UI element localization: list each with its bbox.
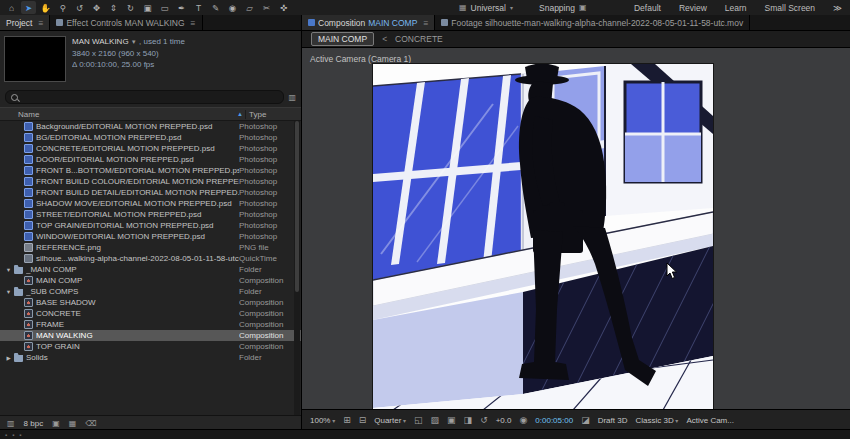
puppet-pin-tool-icon[interactable]: ✜ — [276, 1, 291, 14]
table-row[interactable]: FRAMEComposition — [0, 319, 301, 330]
column-type[interactable]: Type — [245, 110, 301, 119]
table-row[interactable]: TOP GRAIN/EDITORIAL MOTION PREPPED.psdPh… — [0, 220, 301, 231]
table-row[interactable]: ▼_MAIN COMPFolder — [0, 264, 301, 275]
folder-icon — [14, 287, 23, 296]
region-of-interest-icon[interactable]: ◱ — [414, 415, 423, 425]
search-options-icon[interactable]: ▥ — [288, 93, 296, 102]
table-row[interactable]: BASE SHADOWComposition — [0, 297, 301, 308]
snapping-toggle[interactable]: Snapping ▣ — [539, 3, 586, 13]
brush-tool-icon[interactable]: ✎ — [208, 1, 223, 14]
breadcrumb-main-comp[interactable]: MAIN COMP — [311, 32, 374, 46]
table-row[interactable]: TOP GRAINComposition — [0, 341, 301, 352]
camera-wireframe-icon[interactable]: ▣ — [447, 415, 456, 425]
panel-menu-icon[interactable]: ≡ — [38, 18, 43, 28]
grid-options-icon[interactable]: ⊞ — [343, 415, 351, 425]
composition-artwork — [373, 64, 713, 409]
table-row[interactable]: DOOR/EDITORIAL MOTION PREPPED.psdPhotosh… — [0, 154, 301, 165]
table-row[interactable]: FRONT BUILD COLOUR/EDITORIAL MOTION PREP… — [0, 176, 301, 187]
pan-camera-tool-icon[interactable]: ✥ — [89, 1, 104, 14]
renderer-dropdown[interactable]: Classic 3D — [635, 416, 678, 425]
table-row[interactable]: MAN WALKINGComposition — [0, 330, 301, 341]
twirl-icon[interactable]: ▼ — [4, 267, 13, 273]
table-row[interactable]: FRONT B...BOTTOM/EDITORIAL MOTION PREPPE… — [0, 165, 301, 176]
rotation-tool-icon[interactable]: ↻ — [123, 1, 138, 14]
panel-menu-icon[interactable]: ≡ — [191, 18, 196, 28]
table-row[interactable]: WINDOW/EDITORIAL MOTION PREPPED.psdPhoto… — [0, 231, 301, 242]
new-folder-icon[interactable]: ▣ — [52, 419, 60, 428]
pan-behind-tool-icon[interactable]: ▣ — [140, 1, 155, 14]
search-box[interactable] — [5, 90, 284, 104]
resolution-dropdown[interactable]: Quarter — [374, 416, 406, 425]
psd-icon — [24, 144, 33, 153]
fast-previews-icon[interactable]: ◪ — [581, 415, 590, 425]
roto-brush-tool-icon[interactable]: ✂ — [259, 1, 274, 14]
selection-tool-icon[interactable]: ➤ — [21, 1, 36, 14]
item-name: FRAME — [36, 320, 239, 329]
magnification-dropdown[interactable]: 100% — [310, 416, 335, 425]
twirl-icon[interactable]: ▼ — [4, 289, 13, 295]
home-icon[interactable]: ⌂ — [4, 1, 19, 14]
composition-panel-icon — [308, 19, 315, 26]
breadcrumb-concrete[interactable]: CONCRETE — [395, 34, 443, 44]
bottom-panel-icon-1[interactable]: ▪ — [5, 432, 7, 438]
table-row[interactable]: CONCRETE/EDITORIAL MOTION PREPPED.psdPho… — [0, 143, 301, 154]
table-row[interactable]: REFERENCE.pngPNG file — [0, 242, 301, 253]
tab-effect-controls[interactable]: Effect Controls MAN WALKING ≡ — [50, 15, 202, 30]
type-tool-icon[interactable]: T — [191, 1, 206, 14]
clone-stamp-tool-icon[interactable]: ◉ — [225, 1, 240, 14]
transparency-grid-icon[interactable]: ▨ — [431, 415, 440, 425]
table-row[interactable]: ▼_SUB COMPSFolder — [0, 286, 301, 297]
view-layout-dropdown[interactable]: Active Cam... — [686, 416, 734, 425]
reset-exposure-icon[interactable]: ↺ — [480, 415, 488, 425]
table-row[interactable]: STREET/EDITORIAL MOTION PREPPED.psdPhoto… — [0, 209, 301, 220]
mask-toggle-icon[interactable]: ⊟ — [359, 415, 367, 425]
sort-asc-icon[interactable]: ▲ — [237, 111, 243, 117]
zoom-tool-icon[interactable]: ⚲ — [55, 1, 70, 14]
workspace-overflow-icon[interactable]: ≫ — [833, 3, 842, 13]
table-row[interactable]: ▶SolidsFolder — [0, 352, 301, 363]
table-row[interactable]: CONCRETEComposition — [0, 308, 301, 319]
trash-icon[interactable]: ⌫ — [85, 419, 96, 428]
universal-dropdown[interactable]: ▦ Universal ▾ — [459, 3, 513, 13]
channel-icon[interactable]: ◨ — [464, 415, 473, 425]
tab-composition[interactable]: Composition MAIN COMP ≡ — [302, 15, 435, 30]
table-row[interactable]: Background/EDITORIAL MOTION PREPPED.psdP… — [0, 121, 301, 132]
bpc-indicator[interactable]: 8 bpc — [24, 419, 44, 428]
exposure-value[interactable]: +0.0 — [496, 416, 512, 425]
item-name: BG/EDITORIAL MOTION PREPPED.psd — [36, 133, 239, 142]
pen-tool-icon[interactable]: ✒ — [174, 1, 189, 14]
orbit-camera-tool-icon[interactable]: ↺ — [72, 1, 87, 14]
tab-footage[interactable]: Footage silhouette-man-walking-alpha-cha… — [435, 15, 750, 30]
workspace-default[interactable]: Default — [634, 3, 661, 13]
composition-canvas[interactable] — [373, 64, 713, 409]
scrollbar[interactable] — [294, 121, 300, 415]
table-row[interactable]: MAIN COMPComposition — [0, 275, 301, 286]
footage-title-dropdown-icon[interactable]: ▼ — [131, 39, 137, 45]
workspace-learn[interactable]: Learn — [725, 3, 747, 13]
new-composition-icon[interactable]: ▦ — [69, 419, 77, 428]
column-name[interactable]: Name — [0, 110, 245, 119]
bottom-panel-icon-2[interactable]: ▪ — [12, 432, 14, 438]
snapshot-icon[interactable]: ◉ — [519, 415, 527, 425]
item-type: QuickTime — [239, 254, 291, 263]
table-row[interactable]: FRONT BUILD DETAIL/EDITORIAL MOTION PREP… — [0, 187, 301, 198]
shape-tool-icon[interactable]: ▭ — [157, 1, 172, 14]
viewer-area[interactable]: Active Camera (Camera 1) — [302, 48, 850, 409]
dolly-camera-tool-icon[interactable]: ⇕ — [106, 1, 121, 14]
list-header[interactable]: Name ▲ Type — [0, 107, 301, 121]
panel-menu-icon[interactable]: ≡ — [423, 18, 428, 28]
workspace-small-screen[interactable]: Small Screen — [765, 3, 816, 13]
interpret-footage-icon[interactable]: ▥ — [7, 419, 15, 428]
tab-project[interactable]: Project ≡ — [0, 15, 50, 30]
search-input[interactable] — [22, 93, 278, 102]
table-row[interactable]: SHADOW MOVE/EDITORIAL MOTION PREPPED.psd… — [0, 198, 301, 209]
eraser-tool-icon[interactable]: ▱ — [242, 1, 257, 14]
table-row[interactable]: silhoue...walking-alpha-channel-2022-08-… — [0, 253, 301, 264]
bottom-panel-icon-3[interactable]: ▪ — [19, 432, 21, 438]
table-row[interactable]: BG/EDITORIAL MOTION PREPPED.psdPhotoshop — [0, 132, 301, 143]
workspace-review[interactable]: Review — [679, 3, 707, 13]
preview-timecode[interactable]: 0:00:05:00 — [535, 416, 573, 425]
twirl-icon[interactable]: ▶ — [4, 355, 13, 361]
draft-3d-toggle[interactable]: Draft 3D — [598, 416, 628, 425]
hand-tool-icon[interactable]: ✋ — [38, 1, 53, 14]
